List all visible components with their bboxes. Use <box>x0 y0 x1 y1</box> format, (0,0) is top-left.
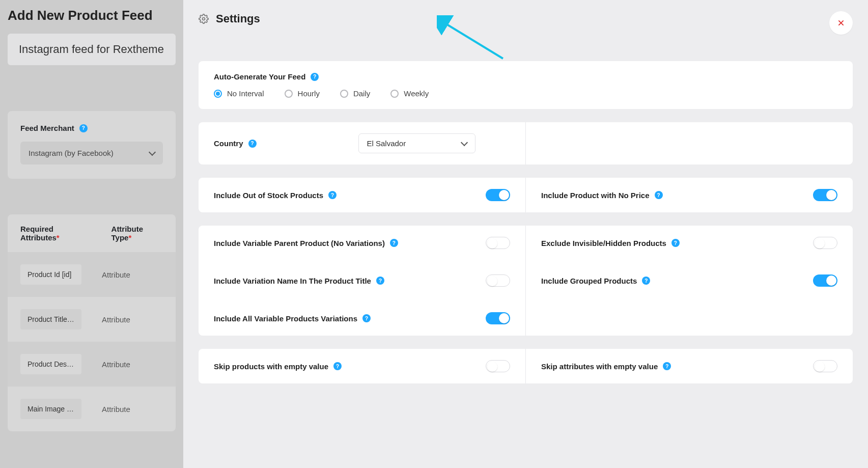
toggle-card-2: Include Variable Parent Product (No Vari… <box>199 226 853 336</box>
toggle-variable-parent[interactable] <box>486 237 510 249</box>
feed-merchant-selected: Instagram (by Facebook) <box>29 149 114 157</box>
country-card: Country ? El Salvador <box>199 122 853 164</box>
toggle-label: Include Variation Name In The Product Ti… <box>214 277 371 285</box>
toggle-label: Skip attributes with empty value <box>541 362 658 371</box>
radio-dot-icon <box>285 90 293 98</box>
table-row: Product Title … Attribute <box>8 297 176 342</box>
toggle-all-variations[interactable] <box>486 312 510 324</box>
close-icon <box>837 19 845 27</box>
toggle-label: Include All Variable Products Variations <box>214 314 357 323</box>
help-icon[interactable]: ? <box>311 73 319 81</box>
toggle-label: Include Grouped Products <box>541 277 637 285</box>
country-label: Country <box>214 139 243 148</box>
background-panel: Add New Product Feed Feed Merchant ? Ins… <box>0 0 183 468</box>
help-icon[interactable]: ? <box>362 314 371 322</box>
help-icon[interactable]: ? <box>328 191 337 199</box>
help-icon[interactable]: ? <box>376 277 384 285</box>
help-icon[interactable]: ? <box>79 124 88 132</box>
help-icon[interactable]: ? <box>333 362 342 370</box>
page-title: Add New Product Feed <box>8 8 176 23</box>
radio-label: Daily <box>353 89 370 98</box>
attribute-tag[interactable]: Main Image [… <box>20 399 81 419</box>
svg-point-0 <box>203 18 205 20</box>
radio-dot-icon <box>390 90 399 98</box>
toggle-label: Skip products with empty value <box>214 362 328 371</box>
toggle-skip-attributes-empty[interactable] <box>813 360 837 372</box>
toggle-no-price[interactable] <box>813 189 837 201</box>
auto-generate-card: Auto-Generate Your Feed ? No Interval Ho… <box>199 61 853 109</box>
table-row: Main Image [… Attribute <box>8 387 176 431</box>
gear-icon <box>199 14 209 24</box>
feed-merchant-select[interactable]: Instagram (by Facebook) <box>20 142 163 164</box>
toggle-variation-name-title[interactable] <box>486 274 510 287</box>
auto-generate-options: No Interval Hourly Daily Weekly <box>214 89 837 98</box>
attributes-table: Required Attributes* Attribute Type* Pro… <box>8 214 176 431</box>
help-icon[interactable]: ? <box>642 277 650 285</box>
radio-dot-icon <box>340 90 348 98</box>
radio-weekly[interactable]: Weekly <box>390 89 429 98</box>
toggle-card-3: Skip products with empty value ? Skip at… <box>199 349 853 383</box>
table-row: Product Id [id] Attribute <box>8 252 176 297</box>
attribute-tag[interactable]: Product Id [id] <box>20 264 81 285</box>
toggle-out-of-stock[interactable] <box>486 189 510 201</box>
help-icon[interactable]: ? <box>655 191 663 199</box>
toggle-skip-products-empty[interactable] <box>486 360 510 372</box>
settings-title: Settings <box>216 12 260 25</box>
help-icon[interactable]: ? <box>663 362 671 370</box>
country-value: El Salvador <box>367 139 406 148</box>
svg-line-3 <box>444 23 503 59</box>
attribute-tag[interactable]: Product Desc… <box>20 354 81 374</box>
toggle-exclude-hidden[interactable] <box>813 237 837 249</box>
country-select[interactable]: El Salvador <box>358 133 475 153</box>
radio-daily[interactable]: Daily <box>340 89 370 98</box>
toggle-grouped[interactable] <box>813 274 837 287</box>
radio-label: No Interval <box>227 89 264 98</box>
table-row: Product Desc… Attribute <box>8 342 176 387</box>
toggle-label: Exclude Invisible/Hidden Products <box>541 239 666 247</box>
toggle-label: Include Out of Stock Products <box>214 191 323 200</box>
attribute-type-header: Attribute Type <box>111 225 144 242</box>
radio-label: Hourly <box>298 89 320 98</box>
feed-merchant-card: Feed Merchant ? Instagram (by Facebook) <box>8 111 176 179</box>
feed-merchant-label: Feed Merchant <box>20 124 74 132</box>
toggle-label: Include Variable Parent Product (No Vari… <box>214 239 385 247</box>
close-button[interactable] <box>829 11 853 35</box>
help-icon[interactable]: ? <box>390 239 398 247</box>
auto-generate-label: Auto-Generate Your Feed <box>214 72 305 81</box>
help-icon[interactable]: ? <box>671 239 680 247</box>
chevron-down-icon <box>460 139 467 146</box>
toggle-card-1: Include Out of Stock Products ? Include … <box>199 178 853 212</box>
feed-name-input[interactable] <box>8 34 176 65</box>
radio-hourly[interactable]: Hourly <box>285 89 320 98</box>
attribute-type: Attribute <box>102 405 148 414</box>
toggle-label: Include Product with No Price <box>541 191 650 200</box>
settings-panel: Settings Auto-Generate Your Feed ? No In… <box>183 0 868 468</box>
attribute-type: Attribute <box>102 315 148 324</box>
required-attributes-header: Required Attributes <box>20 225 57 242</box>
help-icon[interactable]: ? <box>248 140 257 148</box>
radio-no-interval[interactable]: No Interval <box>214 89 264 98</box>
chevron-down-icon <box>149 148 156 155</box>
radio-dot-icon <box>214 90 222 98</box>
attribute-type: Attribute <box>102 360 148 369</box>
radio-label: Weekly <box>404 89 429 98</box>
attribute-tag[interactable]: Product Title … <box>20 309 81 329</box>
attribute-type: Attribute <box>102 270 148 279</box>
